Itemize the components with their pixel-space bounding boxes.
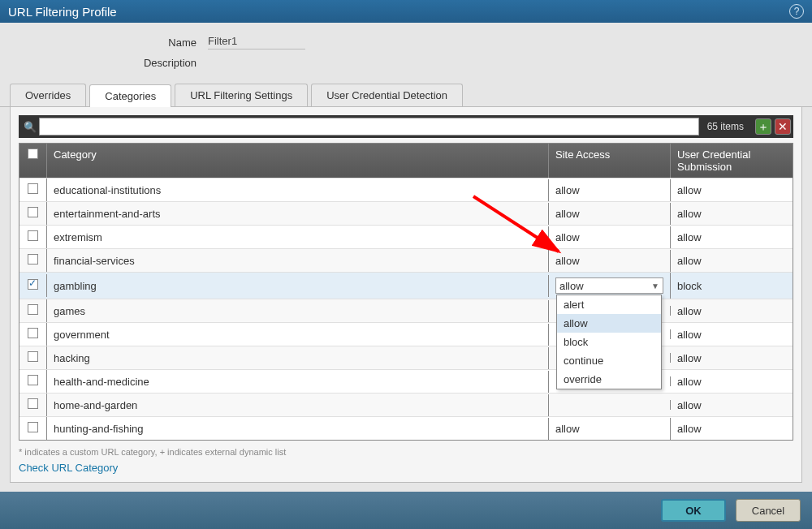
cancel-button[interactable]: Cancel (736, 499, 801, 522)
check-url-category-link[interactable]: Check URL Category (19, 462, 118, 474)
category-cell: health-and-medicine (47, 371, 549, 393)
name-field[interactable]: Filter1 (203, 32, 796, 52)
category-cell: hacking (47, 347, 549, 369)
site-access-cell[interactable]: allow (549, 203, 671, 225)
site-access-dropdown[interactable]: allow▼alertallowblockcontinueoverride (555, 277, 663, 294)
checkbox-icon (28, 351, 38, 362)
tab-url-filtering-settings[interactable]: URL Filtering Settings (175, 84, 308, 106)
site-access-cell[interactable]: allow (549, 226, 671, 248)
table-row[interactable]: health-and-medicineallow (19, 369, 793, 393)
search-icon: 🔍 (21, 118, 39, 135)
dropdown-option[interactable]: alert (557, 295, 661, 314)
row-checkbox[interactable] (19, 299, 47, 322)
table-row[interactable]: extremismallowallow (19, 225, 793, 248)
user-credential-cell[interactable]: allow (671, 203, 793, 225)
row-checkbox[interactable] (19, 202, 47, 225)
user-credential-cell[interactable]: block (671, 275, 793, 297)
row-checkbox[interactable] (19, 370, 47, 393)
name-label: Name (16, 37, 203, 49)
dropdown-option[interactable]: allow (557, 314, 661, 333)
categories-panel: 🔍 65 items ＋ ✕ Category Site Access User… (10, 107, 802, 483)
dropdown-option[interactable]: continue (557, 351, 661, 370)
header-checkbox[interactable] (19, 144, 47, 178)
site-access-dropdown-list: alertallowblockcontinueoverride (556, 295, 662, 389)
checkbox-icon (28, 279, 38, 290)
user-credential-cell[interactable]: allow (671, 179, 793, 201)
table-row[interactable]: hackingallow (19, 346, 793, 369)
row-checkbox[interactable] (19, 226, 47, 248)
dropdown-value: allow (559, 280, 584, 292)
user-credential-cell[interactable]: allow (671, 324, 793, 346)
tab-user-credential-detection[interactable]: User Credential Detection (311, 84, 463, 106)
header-user-credential[interactable]: User Credential Submission (671, 144, 793, 178)
category-cell: home-and-garden (47, 394, 549, 416)
user-credential-cell[interactable]: allow (671, 300, 793, 322)
titlebar: URL Filtering Profile ? (0, 0, 812, 23)
row-checkbox[interactable] (19, 417, 47, 440)
user-credential-cell[interactable]: allow (671, 226, 793, 248)
site-access-cell[interactable]: allow▼alertallowblockcontinueoverride (549, 273, 671, 299)
add-button[interactable]: ＋ (755, 118, 771, 135)
user-credential-cell[interactable]: allow (671, 347, 793, 369)
site-access-cell[interactable] (549, 400, 671, 410)
category-cell: games (47, 300, 549, 322)
categories-table: Category Site Access User Credential Sub… (19, 143, 793, 441)
header-site-access[interactable]: Site Access (549, 144, 671, 178)
tab-categories[interactable]: Categories (89, 84, 171, 107)
row-checkbox[interactable] (19, 394, 47, 416)
category-cell: hunting-and-fishing (47, 418, 549, 440)
row-checkbox[interactable] (19, 274, 47, 297)
row-checkbox[interactable] (19, 323, 47, 346)
checkbox-icon (28, 328, 38, 338)
delete-button[interactable]: ✕ (775, 118, 791, 135)
checkbox-icon (28, 148, 38, 159)
table-header: Category Site Access User Credential Sub… (19, 144, 793, 178)
name-value: Filter1 (208, 35, 305, 49)
tabs: Overrides Categories URL Filtering Setti… (0, 84, 812, 107)
chevron-down-icon: ▼ (651, 282, 659, 290)
description-field[interactable] (203, 61, 796, 66)
table-body: educational-institutionsallowallowentert… (19, 178, 793, 440)
ok-button[interactable]: OK (661, 499, 726, 522)
user-credential-cell[interactable]: allow (671, 418, 793, 440)
dialog-buttons: OK Cancel (0, 492, 812, 529)
table-row[interactable]: hunting-and-fishingallowallow (19, 416, 793, 440)
category-cell: entertainment-and-arts (47, 203, 549, 225)
checkbox-icon (28, 183, 38, 194)
item-count: 65 items (699, 121, 752, 132)
help-icon[interactable]: ? (789, 4, 804, 19)
footnote: * indicates a custom URL category, + ind… (19, 447, 793, 457)
table-row[interactable]: entertainment-and-artsallowallow (19, 201, 793, 225)
table-row[interactable]: financial-servicesallowallow (19, 248, 793, 272)
table-row[interactable]: educational-institutionsallowallow (19, 178, 793, 201)
table-row[interactable]: gamblingallow▼alertallowblockcontinueove… (19, 272, 793, 299)
category-cell: gambling (47, 275, 549, 297)
dialog-title: URL Filtering Profile (8, 5, 117, 19)
description-row: Description (16, 57, 796, 69)
category-cell: extremism (47, 226, 549, 248)
row-checkbox[interactable] (19, 249, 47, 272)
header-category[interactable]: Category (47, 144, 549, 178)
dropdown-option[interactable]: override (557, 370, 661, 389)
site-access-cell[interactable]: allow (549, 418, 671, 440)
form-area: Name Filter1 Description (0, 23, 812, 79)
user-credential-cell[interactable]: allow (671, 371, 793, 393)
tab-overrides[interactable]: Overrides (10, 84, 86, 106)
table-row[interactable]: governmentallow (19, 322, 793, 346)
search-toolbar: 🔍 65 items ＋ ✕ (19, 115, 793, 138)
category-cell: financial-services (47, 250, 549, 272)
category-cell: educational-institutions (47, 179, 549, 201)
row-checkbox[interactable] (19, 178, 47, 201)
dropdown-option[interactable]: block (557, 333, 661, 351)
site-access-cell[interactable]: allow (549, 250, 671, 272)
search-input[interactable] (39, 118, 699, 135)
site-access-cell[interactable]: allow (549, 179, 671, 201)
checkbox-icon (28, 375, 38, 385)
row-checkbox[interactable] (19, 346, 47, 369)
table-row[interactable]: home-and-gardenallow (19, 393, 793, 416)
user-credential-cell[interactable]: allow (671, 394, 793, 416)
table-row[interactable]: gamesallow (19, 299, 793, 322)
category-cell: government (47, 324, 549, 346)
checkbox-icon (28, 254, 38, 264)
user-credential-cell[interactable]: allow (671, 250, 793, 272)
